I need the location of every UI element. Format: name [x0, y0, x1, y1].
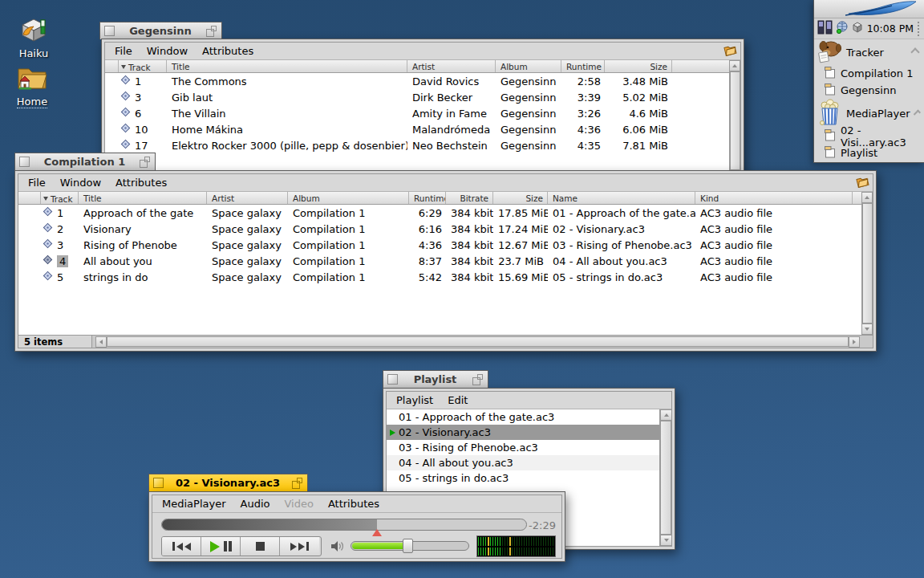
- tray-drag-handle[interactable]: [918, 22, 922, 36]
- table-row-selected[interactable]: 4 All about you Space galaxy Compilation…: [18, 253, 861, 269]
- column-header-artist[interactable]: Artist: [407, 60, 496, 72]
- vertical-scrollbar[interactable]: [861, 192, 873, 335]
- table-row[interactable]: 1 The Commons David Rovics Gegensinn 2:5…: [105, 73, 729, 89]
- table-row[interactable]: 5 strings in do Space galaxy Compilation…: [18, 269, 861, 285]
- menu-window[interactable]: Window: [140, 43, 195, 59]
- scrollbar-thumb[interactable]: [660, 421, 671, 535]
- deskbar-logo[interactable]: [814, 0, 924, 18]
- zoom-button[interactable]: [292, 478, 303, 489]
- desktop-icon-home[interactable]: Home: [3, 64, 61, 108]
- menu-playlist[interactable]: Playlist: [389, 393, 440, 408]
- folder-context-icon[interactable]: [855, 175, 870, 191]
- zoom-button[interactable]: [140, 157, 151, 168]
- menu-attributes[interactable]: Attributes: [195, 43, 261, 59]
- collapse-caret-icon[interactable]: [913, 110, 920, 117]
- column-header-artist[interactable]: Artist: [207, 192, 288, 204]
- scrollbar-thumb[interactable]: [730, 71, 740, 170]
- previous-button[interactable]: [162, 537, 201, 556]
- desktop-icon-haiku[interactable]: Haiku: [5, 14, 63, 59]
- cpu-monitor-icon[interactable]: [817, 20, 833, 38]
- close-button[interactable]: [19, 157, 30, 167]
- scroll-right-icon[interactable]: [849, 336, 860, 348]
- remaining-time: -2:29: [529, 519, 556, 531]
- column-header-name[interactable]: Name: [548, 192, 695, 204]
- clock[interactable]: 10:08 PM: [867, 22, 915, 35]
- desktop: Haiku Home Gegensinn File Window Attribu…: [0, 0, 924, 578]
- gegensinn-title-tab[interactable]: Gegensinn: [99, 22, 222, 39]
- vertical-scrollbar[interactable]: [729, 60, 740, 171]
- table-row[interactable]: 17 Elektro Rocker 3000 (pille, pepp & do…: [105, 137, 729, 153]
- menu-edit[interactable]: Edit: [440, 393, 475, 408]
- compilation-title-tab[interactable]: Compilation 1: [14, 153, 156, 170]
- deskbar-window-gegensinn[interactable]: Gegensinn: [814, 82, 924, 99]
- column-header-runtime[interactable]: Runtime: [409, 192, 446, 204]
- speaker-icon: [330, 539, 346, 556]
- compilation-file-list: 1 Approach of the gate Space galaxy Comp…: [18, 205, 861, 335]
- menu-file[interactable]: File: [21, 175, 53, 190]
- seek-position-marker-icon[interactable]: [372, 529, 382, 536]
- scrollbar-thumb[interactable]: [107, 336, 849, 347]
- zoom-button[interactable]: [472, 374, 484, 385]
- menu-mediaplayer[interactable]: MediaPlayer: [155, 496, 233, 511]
- column-header-size[interactable]: Size: [605, 60, 672, 72]
- playlist-title-tab[interactable]: Playlist: [383, 370, 488, 388]
- folder-context-icon[interactable]: [723, 43, 738, 59]
- column-header-track[interactable]: Track: [119, 60, 167, 72]
- scroll-up-icon[interactable]: [861, 192, 873, 203]
- close-button[interactable]: [104, 26, 115, 36]
- volume-slider[interactable]: [351, 541, 469, 551]
- audio-file-icon: [120, 107, 131, 120]
- column-header-album[interactable]: Album: [496, 60, 561, 72]
- list-item[interactable]: 04 - All about you.ac3: [387, 455, 659, 470]
- close-button[interactable]: [387, 374, 398, 385]
- column-header-size[interactable]: Size: [493, 192, 548, 204]
- column-header-track[interactable]: Track: [41, 192, 79, 204]
- list-item[interactable]: 05 - strings in do.ac3: [387, 470, 659, 486]
- list-item[interactable]: 01 - Approach of the gate.ac3: [387, 409, 659, 425]
- table-row[interactable]: 2 Visionary Space galaxy Compilation 1 6…: [18, 221, 861, 237]
- seek-bar[interactable]: [161, 519, 527, 531]
- table-row[interactable]: 3 Rising of Phenobe Space galaxy Compila…: [18, 237, 861, 253]
- list-item-playing[interactable]: 02 - Visionary.ac3: [387, 425, 659, 440]
- window-title: Compilation 1: [34, 156, 135, 168]
- menu-file[interactable]: File: [107, 43, 140, 59]
- next-button[interactable]: [280, 537, 319, 556]
- menu-audio[interactable]: Audio: [233, 496, 278, 511]
- scroll-up-icon[interactable]: [660, 409, 672, 421]
- column-header-kind[interactable]: Kind: [695, 192, 853, 204]
- menu-attributes[interactable]: Attributes: [321, 496, 387, 511]
- close-button[interactable]: [153, 478, 164, 488]
- column-header-title[interactable]: Title: [79, 192, 207, 204]
- scroll-down-icon[interactable]: [660, 535, 672, 546]
- volume-thumb[interactable]: [403, 539, 413, 553]
- play-pause-button[interactable]: [201, 537, 241, 556]
- column-header-title[interactable]: Title: [167, 60, 407, 72]
- zoom-button[interactable]: [206, 26, 217, 37]
- table-row[interactable]: 6 The Villain Amity in Fame Gegensinn 3:…: [105, 105, 729, 121]
- vertical-scrollbar[interactable]: [659, 409, 671, 546]
- scroll-down-icon[interactable]: [861, 324, 873, 335]
- column-header-bitrate[interactable]: Bitrate: [446, 192, 493, 204]
- sort-arrow-icon: [121, 65, 126, 69]
- scroll-left-icon[interactable]: [95, 336, 107, 348]
- mediaplayer-title-tab[interactable]: 02 - Visionary.ac3: [148, 474, 308, 491]
- column-header-runtime[interactable]: Runtime: [561, 60, 605, 72]
- table-row[interactable]: 10 Home Mákina Malandrómeda Gegensinn 4:…: [105, 121, 729, 137]
- scrollbar-thumb[interactable]: [862, 203, 873, 324]
- table-row[interactable]: 3 Gib laut Dirk Becker Gegensinn 3:39 5.…: [105, 89, 729, 105]
- list-item[interactable]: 03 - Rising of Phenobe.ac3: [387, 440, 659, 455]
- deskbar-window-compilation[interactable]: Compilation 1: [814, 65, 924, 82]
- menu-attributes[interactable]: Attributes: [108, 175, 174, 190]
- deskbar-window-nowplaying[interactable]: 02 - Visi...ary.ac3: [814, 128, 924, 144]
- stop-button[interactable]: [241, 537, 280, 556]
- scroll-up-icon[interactable]: [729, 60, 740, 71]
- compilation-window: File Window Attributes Track Title Artis…: [14, 170, 877, 352]
- package-icon[interactable]: [851, 21, 864, 37]
- collapse-caret-icon[interactable]: [910, 47, 919, 56]
- compilation-menubar: File Window Attributes: [18, 174, 873, 192]
- menu-window[interactable]: Window: [53, 175, 108, 190]
- network-status-icon[interactable]: [836, 21, 849, 37]
- table-row[interactable]: 1 Approach of the gate Space galaxy Comp…: [18, 205, 861, 221]
- deskbar-app-tracker[interactable]: Tracker: [814, 39, 924, 65]
- column-header-album[interactable]: Album: [288, 192, 409, 204]
